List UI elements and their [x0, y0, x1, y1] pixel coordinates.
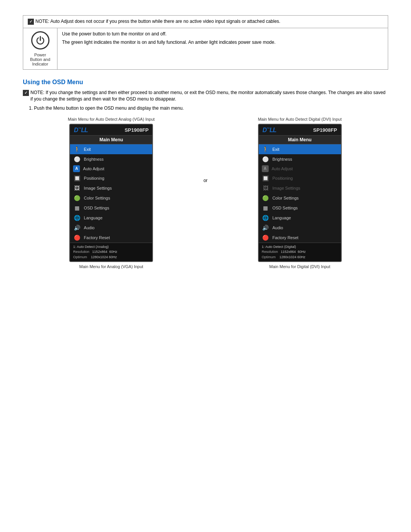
- analog-image-icon: 🖼: [73, 184, 81, 192]
- analog-footer-line1: 1: Auto Detect (Analog): [73, 244, 149, 250]
- analog-image-label: Image Settings: [84, 186, 112, 190]
- digital-menu-autoadjust: A Auto Adjust: [259, 164, 341, 173]
- analog-language-label: Language: [84, 216, 102, 220]
- osd-area: Main Menu for Auto Detect Analog (VGA) I…: [23, 117, 388, 269]
- digital-osd-header: D™LL SP1908FP: [259, 125, 341, 136]
- analog-caption-top: Main Menu for Auto Detect Analog (VGA) I…: [68, 117, 155, 121]
- digital-language-label: Language: [272, 216, 291, 220]
- digital-image-label: Image Settings: [272, 186, 300, 190]
- analog-menu-image[interactable]: 🖼 Image Settings: [70, 183, 152, 193]
- digital-osd-label: OSD Settings: [272, 206, 298, 210]
- digital-menu-audio[interactable]: 🔊 Audio: [259, 223, 341, 233]
- analog-exit-label: Exit: [84, 147, 91, 152]
- analog-menu-audio[interactable]: 🔊 Audio: [70, 223, 152, 233]
- digital-model-text: SP1908FP: [313, 127, 337, 133]
- analog-brightness-icon: ⚪: [73, 155, 81, 163]
- analog-language-icon: 🌐: [73, 214, 81, 222]
- analog-reset-label: Factory Reset: [84, 235, 110, 240]
- analog-footer-optimum: Optimum 1280x1024 60Hz: [73, 255, 149, 260]
- digital-menu-positioning: 🔲 Positioning: [259, 173, 341, 183]
- or-divider: or: [200, 178, 212, 183]
- digital-image-icon: 🖼: [262, 184, 269, 192]
- analog-osd-screen: D™LL SP1908FP Main Menu 🚶 Exit ⚪ Brightn…: [69, 124, 153, 262]
- analog-menu-language[interactable]: 🌐 Language: [70, 213, 152, 223]
- digital-audio-label: Audio: [272, 225, 283, 230]
- power-icon-label: Power Button and Indicator: [28, 53, 53, 66]
- digital-menu-brightness[interactable]: ⚪ Brightness: [259, 154, 341, 164]
- analog-osd-header: D™LL SP1908FP: [70, 125, 152, 136]
- digital-column: Main Menu for Auto Detect Digital (DVI) …: [211, 117, 388, 269]
- digital-audio-icon: 🔊: [262, 224, 269, 232]
- analog-menu-exit[interactable]: 🚶 Exit: [70, 144, 152, 154]
- digital-menu-osd[interactable]: ▦ OSD Settings: [259, 203, 341, 213]
- note-icon: ✓: [28, 19, 34, 25]
- analog-osd-title: Main Menu: [70, 136, 152, 144]
- digital-brightness-label: Brightness: [272, 157, 292, 161]
- digital-osd-footer: 1: Auto Detect (Digital) Resolution 1152…: [259, 243, 341, 262]
- power-description-cell: Use the power button to turn the monitor…: [57, 28, 388, 70]
- osd-note-icon: ✓: [23, 90, 29, 96]
- digital-autoadjust-label: Auto Adjust: [272, 166, 293, 171]
- digital-positioning-label: Positioning: [272, 176, 293, 181]
- digital-exit-label: Exit: [272, 147, 279, 152]
- analog-audio-label: Audio: [84, 225, 94, 230]
- or-label: or: [204, 178, 208, 183]
- analog-audio-icon: 🔊: [73, 224, 81, 232]
- digital-osd-screen: D™LL SP1908FP Main Menu 🚶 Exit ⚪ Brightn…: [258, 124, 342, 262]
- osd-note-block: ✓ NOTE: If you change the settings and t…: [23, 89, 388, 102]
- digital-osd-title: Main Menu: [259, 136, 341, 144]
- analog-reset-icon: 🔴: [73, 234, 81, 241]
- digital-footer-optimum: Optimum 1280x1024 60Hz: [262, 255, 338, 260]
- power-button-icon: [31, 31, 49, 50]
- digital-reset-label: Factory Reset: [272, 235, 298, 240]
- step1-text: 1. Push the Menu button to open the OSD …: [29, 105, 388, 111]
- analog-menu-brightness[interactable]: ⚪ Brightness: [70, 154, 152, 164]
- top-note-table: ✓ NOTE: Auto Adjust does not occur if yo…: [23, 15, 388, 70]
- digital-positioning-icon: 🔲: [262, 174, 269, 182]
- analog-osd-label: OSD Settings: [84, 206, 109, 210]
- digital-menu-reset[interactable]: 🔴 Factory Reset: [259, 233, 341, 243]
- digital-footer-line1: 1: Auto Detect (Digital): [262, 244, 338, 250]
- analog-menu-osd[interactable]: ▦ OSD Settings: [70, 203, 152, 213]
- digital-color-label: Color Settings: [272, 196, 299, 200]
- analog-menu-color[interactable]: 🟢 Color Settings: [70, 193, 152, 203]
- power-icon-cell: Power Button and Indicator: [23, 28, 57, 70]
- digital-menu-color[interactable]: 🟢 Color Settings: [259, 193, 341, 203]
- top-note-text: NOTE: Auto Adjust does not occur if you …: [35, 19, 280, 24]
- digital-reset-icon: 🔴: [262, 234, 269, 241]
- digital-menu-exit[interactable]: 🚶 Exit: [259, 144, 341, 154]
- analog-osd-footer: 1: Auto Detect (Analog) Resolution 1152x…: [70, 243, 152, 262]
- digital-caption-bottom: Main Menu for Digital (DVI) Input: [269, 264, 330, 269]
- analog-column: Main Menu for Auto Detect Analog (VGA) I…: [23, 117, 200, 269]
- analog-dell-logo: D™LL: [74, 127, 88, 134]
- analog-menu-positioning[interactable]: 🔲 Positioning: [70, 173, 152, 183]
- osd-note-text: NOTE: If you change the settings and the…: [30, 89, 388, 102]
- digital-color-icon: 🟢: [262, 194, 269, 202]
- power-text2: The green light indicates the monitor is…: [62, 40, 383, 45]
- power-text1: Use the power button to turn the monitor…: [62, 31, 383, 37]
- digital-language-icon: 🌐: [262, 214, 269, 222]
- analog-brightness-label: Brightness: [84, 157, 104, 161]
- digital-dell-logo: D™LL: [263, 127, 276, 134]
- analog-color-label: Color Settings: [84, 196, 110, 200]
- digital-osd-icon: ▦: [262, 204, 269, 212]
- analog-osd-icon: ▦: [73, 204, 81, 212]
- analog-positioning-icon: 🔲: [73, 174, 81, 182]
- analog-footer-resolution: Resolution 1152x864 60Hz: [73, 249, 149, 255]
- digital-autoadjust-icon: A: [262, 165, 269, 172]
- analog-color-icon: 🟢: [73, 194, 81, 202]
- analog-autoadjust-icon: A: [73, 165, 80, 172]
- analog-model-text: SP1908FP: [124, 127, 148, 133]
- digital-footer-resolution: Resolution 1152x864 60Hz: [262, 249, 338, 255]
- analog-exit-icon: 🚶: [73, 145, 81, 153]
- analog-caption-bottom: Main Menu for Analog (VGA) Input: [79, 264, 143, 269]
- digital-menu-language[interactable]: 🌐 Language: [259, 213, 341, 223]
- digital-caption-top: Main Menu for Auto Detect Digital (DVI) …: [258, 117, 342, 121]
- digital-exit-icon: 🚶: [262, 145, 269, 153]
- section-heading: Using the OSD Menu: [23, 79, 388, 86]
- analog-autoadjust-label: Auto Adjust: [83, 166, 104, 171]
- analog-menu-autoadjust[interactable]: A Auto Adjust: [70, 164, 152, 173]
- analog-positioning-label: Positioning: [84, 176, 104, 181]
- analog-menu-reset[interactable]: 🔴 Factory Reset: [70, 233, 152, 243]
- digital-menu-image: 🖼 Image Settings: [259, 183, 341, 193]
